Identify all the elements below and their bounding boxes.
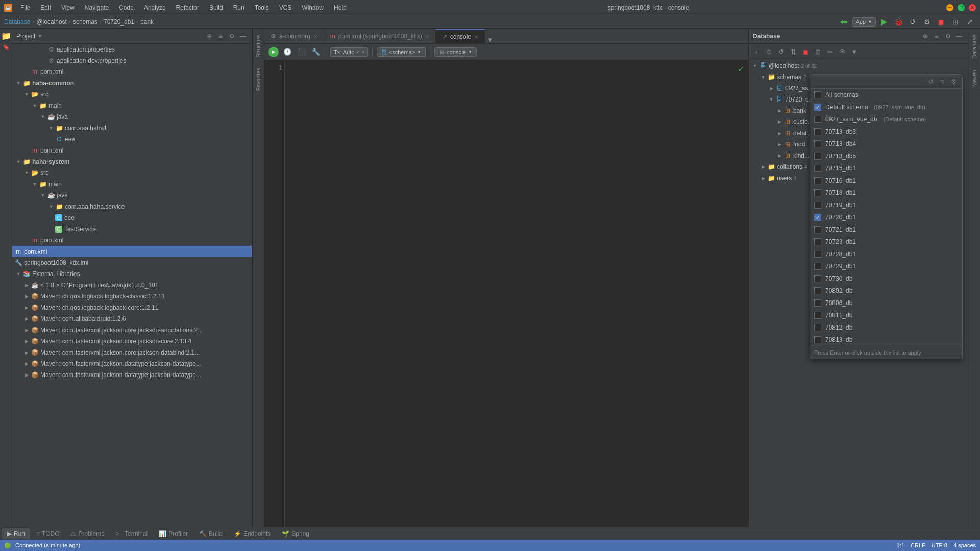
db-sync-icon[interactable]: ⇅ — [788, 46, 799, 58]
schema-popup-item[interactable]: 70811_db — [810, 309, 962, 321]
db-item[interactable]: ▼ 🗄 @localhost 2 of 32 — [749, 60, 968, 71]
tab-console[interactable]: ↗ console ✕ — [436, 29, 485, 43]
bookmark-icon[interactable]: 🔖 — [1, 42, 11, 52]
menu-analyze[interactable]: Analyze — [140, 3, 170, 12]
tab-close-icon[interactable]: ✕ — [474, 34, 478, 40]
list-item[interactable]: ▶ 📦 Maven: com.fasterxml.jackson.core:ja… — [12, 324, 252, 336]
list-item[interactable]: C eee — [12, 134, 252, 145]
schema-checkbox[interactable] — [814, 299, 821, 307]
bottom-tab-spring[interactable]: 🌱 Spring — [277, 528, 314, 539]
schema-checkbox[interactable] — [814, 128, 821, 135]
breadcrumb-localhost[interactable]: @localhost — [36, 18, 67, 26]
cursor-position[interactable]: 1:1 — [897, 542, 904, 548]
list-item[interactable]: ▶ 📦 Maven: com.alibaba:druid:1.2.6 — [12, 313, 252, 324]
schema-checkbox[interactable] — [814, 336, 821, 343]
schema-checkbox[interactable] — [814, 251, 821, 258]
schema-dropdown[interactable]: 🗄 <schema> ▼ — [377, 47, 426, 57]
breadcrumb-bank[interactable]: bank — [140, 18, 154, 26]
schema-popup-item[interactable]: 70713_db5 — [810, 150, 962, 162]
list-item[interactable]: ▼ 📁 main — [12, 100, 252, 111]
schema-checkbox[interactable] — [814, 116, 821, 123]
schema-checkbox[interactable] — [814, 165, 821, 172]
project-add-icon[interactable]: ⊕ — [205, 32, 214, 41]
maven-sidebar-tab[interactable]: Maven — [970, 66, 978, 91]
schema-popup-item[interactable]: 70713_db3 — [810, 126, 962, 138]
schema-popup-item[interactable]: 70813_db — [810, 334, 962, 346]
db-filter-icon[interactable]: ▼ — [849, 46, 860, 58]
list-item[interactable]: m pom.xml — [12, 66, 252, 78]
menu-run[interactable]: Run — [229, 3, 249, 12]
db-new-icon[interactable]: + — [751, 46, 762, 58]
debug-icon[interactable]: 🐞 — [892, 16, 904, 28]
schema-popup-item[interactable]: 70728_db1 — [810, 248, 962, 260]
db-view-icon[interactable]: 👁 — [837, 46, 848, 58]
schema-popup-item[interactable]: 70716_db1 — [810, 174, 962, 187]
schema-popup-item[interactable]: 70730_db — [810, 272, 962, 285]
maximize-button[interactable]: □ — [958, 4, 965, 11]
run-green-icon[interactable]: ▶ — [878, 16, 890, 28]
list-item[interactable]: ▶ 📦 Maven: com.fasterxml.jackson.core:ja… — [12, 347, 252, 358]
project-dropdown-arrow[interactable]: ▼ — [37, 33, 42, 39]
bottom-tab-run[interactable]: ▶ Run — [2, 528, 30, 539]
schema-popup-item[interactable]: 70715_db1 — [810, 162, 962, 174]
expand-icon[interactable]: ⤢ — [964, 16, 976, 28]
tab-close-icon[interactable]: ✕ — [425, 34, 429, 39]
list-item[interactable]: m pom.xml — [12, 246, 252, 257]
schema-popup-settings-icon[interactable]: ⚙ — [949, 77, 958, 86]
project-sidebar-toggle[interactable]: 📁 — [1, 31, 11, 41]
schema-popup-item[interactable]: 70812_db — [810, 321, 962, 334]
history-icon[interactable]: 🕐 — [282, 46, 293, 58]
list-item[interactable]: ▼ 📂 src — [12, 167, 252, 179]
breadcrumb-schemas[interactable]: schemas — [73, 18, 97, 26]
schema-checkbox[interactable] — [814, 91, 821, 98]
schema-checkbox[interactable] — [814, 287, 821, 294]
schema-checkbox[interactable] — [814, 275, 821, 282]
schema-checkbox[interactable] — [814, 263, 821, 270]
list-item[interactable]: ▶ 📦 Maven: com.fasterxml.jackson.core:ja… — [12, 336, 252, 347]
favorites-tab[interactable]: Favorites — [254, 64, 262, 95]
database-sidebar-tab[interactable]: Database — [970, 31, 978, 63]
project-minus-icon[interactable]: — — [238, 32, 248, 41]
list-item[interactable]: ▼ ☕ java — [12, 190, 252, 201]
app-dropdown[interactable]: App ▼ — [852, 17, 876, 27]
schema-checkbox[interactable] — [814, 312, 821, 319]
stop-icon[interactable]: ◼ — [935, 16, 947, 28]
layout-icon[interactable]: ⊞ — [949, 16, 962, 28]
bottom-tab-build[interactable]: 🔨 Build — [194, 528, 228, 539]
bottom-tab-problems[interactable]: ⚠ Problems — [65, 528, 109, 539]
menu-window[interactable]: Window — [298, 3, 328, 12]
structure-tab[interactable]: Structure — [254, 31, 262, 62]
schema-popup-item[interactable]: 70719_db1 — [810, 199, 962, 211]
menu-tools[interactable]: Tools — [251, 3, 273, 12]
list-item[interactable]: ▶ 📦 Maven: com.fasterxml.jackson.datatyp… — [12, 358, 252, 369]
list-item[interactable]: ⚙ application-dev.properties — [12, 55, 252, 66]
menu-help[interactable]: Help — [330, 3, 351, 12]
schema-checkbox[interactable] — [814, 177, 821, 184]
db-refresh-icon[interactable]: ↺ — [775, 46, 787, 58]
tab-close-icon[interactable]: ✕ — [313, 34, 317, 39]
schema-popup-item[interactable]: 70723_db1 — [810, 236, 962, 248]
schema-popup-refresh-icon[interactable]: ↺ — [926, 77, 936, 86]
schema-popup-item[interactable]: 0927_ssm_vue_db(Default schema) — [810, 113, 962, 126]
console-dropdown[interactable]: 🖥 console ▼ — [434, 47, 477, 57]
menu-refactor[interactable]: Refactor — [172, 3, 203, 12]
code-editor[interactable] — [285, 60, 748, 527]
list-item[interactable]: ▶ ☕ < 1.8 > C:\Program Files\Java\jdk1.8… — [12, 280, 252, 291]
schema-checkbox[interactable] — [814, 238, 821, 245]
schema-checkbox[interactable] — [814, 214, 821, 221]
menu-edit[interactable]: Edit — [36, 3, 55, 12]
schema-checkbox[interactable] — [814, 202, 821, 209]
db-copy-icon[interactable]: ⧉ — [763, 46, 774, 58]
list-item[interactable]: ▶ 📦 Maven: com.fasterxml.jackson.datatyp… — [12, 369, 252, 381]
schema-popup-item[interactable]: 70802_db — [810, 285, 962, 297]
bottom-tab-endpoints[interactable]: ⚡ Endpoints — [229, 528, 276, 539]
navigate-back-icon[interactable]: ⬅ — [838, 16, 850, 28]
schema-popup-item[interactable]: 70721_db1 — [810, 223, 962, 236]
list-item[interactable]: ▼ 📁 com.aaa.haha1 — [12, 122, 252, 134]
db-stop-icon[interactable]: ◼ — [800, 46, 811, 58]
tools-icon[interactable]: 🔧 — [310, 46, 322, 58]
schema-popup-item[interactable]: 70718_db1 — [810, 187, 962, 199]
db-minus-icon[interactable]: — — [954, 32, 964, 41]
list-item[interactable]: ▼ ☕ java — [12, 111, 252, 122]
bottom-tab-todo[interactable]: ≡ TODO — [31, 528, 64, 539]
